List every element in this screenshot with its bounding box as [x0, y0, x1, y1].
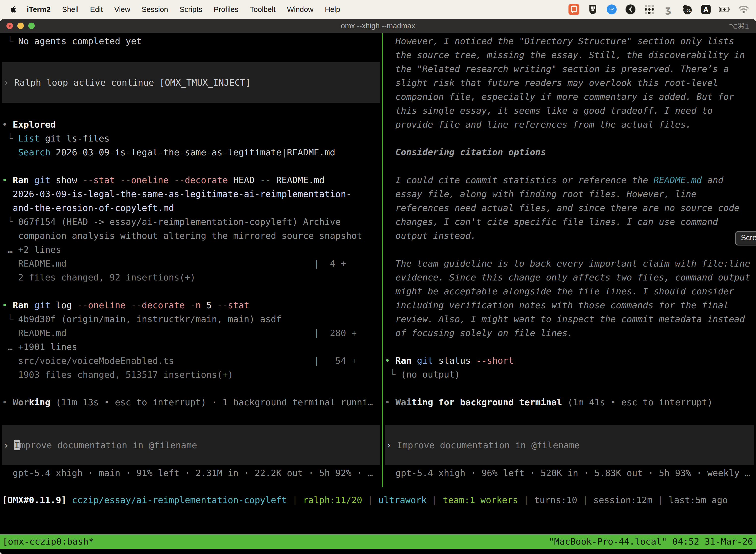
- omx-status-segment: ultrawork: [378, 495, 427, 505]
- input-source-icon[interactable]: A: [700, 3, 712, 15]
- timer-icon[interactable]: ..61: [681, 3, 693, 15]
- terminal-line: • Waiting for background terminal (1m 41…: [385, 395, 756, 409]
- text-segment: 5: [206, 300, 217, 310]
- screen-share-popup[interactable]: Scre: [735, 231, 756, 245]
- omx-status-segment: session:12m: [593, 495, 652, 505]
- terminal-line: README.md | 4 +: [2, 257, 382, 271]
- window-shortcut-badge: ⌥⌘1: [729, 21, 749, 30]
- terminal-line: The team guideline is to back every impo…: [385, 257, 756, 271]
- text-segment: gpt-5.4 xhigh · 96% left · 520K in · 5.8…: [385, 468, 750, 478]
- menu-item-window[interactable]: Window: [287, 5, 314, 14]
- omx-status-segment: |: [427, 495, 443, 505]
- omx-status-segment: |: [652, 495, 669, 505]
- terminal-line: the "Related research writing" section i…: [385, 62, 756, 76]
- messenger-icon[interactable]: [606, 3, 618, 15]
- text-segment: --oneline --decorate: [77, 300, 190, 310]
- prompt-text: Improve documentation in @filename: [397, 440, 580, 450]
- text-segment: Ran: [13, 300, 34, 310]
- text-segment: Explored: [13, 119, 56, 129]
- battery-icon[interactable]: [719, 3, 731, 15]
- text-segment: references need actual files, and since …: [385, 203, 739, 213]
- text-segment: review. Also, I might want to inspect th…: [385, 314, 745, 324]
- zoom-button[interactable]: [28, 22, 35, 29]
- shield-grid-icon[interactable]: [587, 3, 599, 15]
- chat-icon[interactable]: [568, 3, 580, 15]
- text-segment: (no output): [401, 369, 460, 380]
- terminal-line: the source tree, missing the essay. Stil…: [385, 48, 756, 62]
- terminal-line: essay file, along with finding root file…: [385, 187, 756, 201]
- text-segment: … +1901 lines: [2, 342, 77, 352]
- text-segment: status: [439, 355, 476, 366]
- wifi-icon[interactable]: [738, 3, 750, 15]
- omx-status-segment: |: [362, 495, 378, 505]
- text-segment: •: [2, 119, 13, 129]
- text-segment: 2026-03-09-is-legal-the-same-as-legitima…: [50, 147, 335, 157]
- ralph-loop-banner: › Ralph loop active continue [OMX_TMUX_I…: [2, 62, 380, 103]
- omx-status-segment: ralph:11/20: [303, 495, 362, 505]
- menu-item-scripts[interactable]: Scripts: [180, 5, 202, 14]
- menu-item-toolbelt[interactable]: Toolbelt: [250, 5, 275, 14]
- menu-item-iterm2[interactable]: iTerm2: [27, 5, 51, 14]
- terminal-line: └ List git ls-files: [2, 131, 382, 146]
- menu-bar: iTerm2ShellEditViewSessionScriptsProfile…: [0, 0, 756, 19]
- text-segment: src/voice/voiceModeEnabled.ts | 54 +: [2, 356, 357, 366]
- text-segment: I could cite commit statistics or refere…: [385, 175, 653, 185]
- prompt-input-left[interactable]: › Improve documentation in @filename: [2, 425, 380, 465]
- text-segment: and-the-erosion-of-copyleft.md: [2, 203, 174, 213]
- text-segment: README.md | 280 +: [2, 328, 357, 338]
- omx-status-segment: cczip/essay/ai-reimplementation-copyleft: [72, 495, 287, 505]
- text-segment: the "Related research writing" section i…: [385, 64, 729, 74]
- text-segment: of focusing solely on file lines.: [385, 328, 573, 338]
- menu-item-session[interactable]: Session: [142, 5, 168, 14]
- text-segment: … +2 lines: [2, 244, 61, 255]
- text-segment: └: [2, 314, 18, 324]
- dots-grid-icon[interactable]: [643, 3, 655, 15]
- omx-status-segment: |: [287, 495, 303, 505]
- text-segment: the source tree, missing the essay. Stil…: [385, 50, 745, 60]
- menu-item-help[interactable]: Help: [325, 5, 340, 14]
- menu-item-view[interactable]: View: [114, 5, 130, 14]
- omx-status-segment: turns:10: [534, 495, 577, 505]
- text-segment: --stat --oneline --decorate: [82, 175, 233, 185]
- close-button[interactable]: [6, 22, 13, 29]
- kaleidoscope-icon[interactable]: [625, 3, 636, 15]
- menu-item-edit[interactable]: Edit: [90, 5, 103, 14]
- terminal-window: omx --xhigh --madmax ⌥⌘1 › Ralph loop ac…: [0, 19, 756, 554]
- text-segment: this single essay, it seems like a good …: [385, 106, 712, 116]
- svg-text:A: A: [703, 6, 708, 13]
- text-segment: 4b9d30f (origin/main, instructkr/main, m…: [18, 314, 281, 324]
- terminal-content: › Ralph loop active continue [OMX_TMUX_I…: [0, 33, 756, 554]
- text-segment: git: [417, 355, 439, 366]
- terminal-line: 1903 files changed, 513517 insertions(+): [2, 368, 382, 382]
- tmux-session-label: [omx-cczip0:bash*: [0, 535, 94, 549]
- hook-icon[interactable]: ʒ: [662, 3, 674, 15]
- terminal-line: Search 2026-03-09-is-legal-the-same-as-l…: [2, 146, 382, 159]
- terminal-line: 2 files changed, 92 insertions(+): [2, 271, 382, 284]
- menu-item-shell[interactable]: Shell: [62, 5, 79, 14]
- prompt-input-right[interactable]: › Improve documentation in @filename: [385, 425, 754, 465]
- terminal-line: • Explored: [2, 118, 382, 131]
- window-titlebar[interactable]: omx --xhigh --madmax ⌥⌘1: [0, 19, 756, 33]
- prompt-text: mprove documentation in @filename: [19, 440, 197, 450]
- omx-status-segment: |: [518, 495, 534, 505]
- minimize-button[interactable]: [17, 22, 24, 29]
- window-title: omx --xhigh --madmax: [0, 21, 756, 30]
- terminal-line: review. Also, I might want to inspect th…: [385, 312, 756, 326]
- ralph-loop-text: Ralph loop active continue [OMX_TMUX_INJ…: [9, 77, 251, 88]
- text-segment: king: [29, 397, 50, 407]
- text-segment: provide file and line references from th…: [385, 119, 691, 129]
- text-segment: might be acceptable alongside the file l…: [385, 286, 734, 296]
- terminal-line: src/voice/voiceModeEnabled.ts | 54 +: [2, 354, 382, 368]
- text-segment: 2026-03-09-is-legal-the-same-as-legitima…: [2, 189, 352, 199]
- terminal-line: README.md | 280 +: [2, 326, 382, 340]
- menu-item-profiles[interactable]: Profiles: [213, 5, 238, 14]
- pane-right: However, I noticed the "Directory Struct…: [383, 33, 756, 487]
- text-segment: slight risk that future readers may over…: [385, 78, 718, 88]
- terminal-line: • Ran git status --short: [385, 354, 756, 368]
- text-segment: └: [2, 133, 18, 144]
- apple-logo-icon[interactable]: [9, 4, 18, 14]
- text-segment: log: [56, 300, 77, 310]
- text-segment: --short: [476, 355, 514, 366]
- text-segment: └: [2, 217, 18, 227]
- omx-status-line: [OMX#0.11.9] cczip/essay/ai-reimplementa…: [2, 493, 756, 507]
